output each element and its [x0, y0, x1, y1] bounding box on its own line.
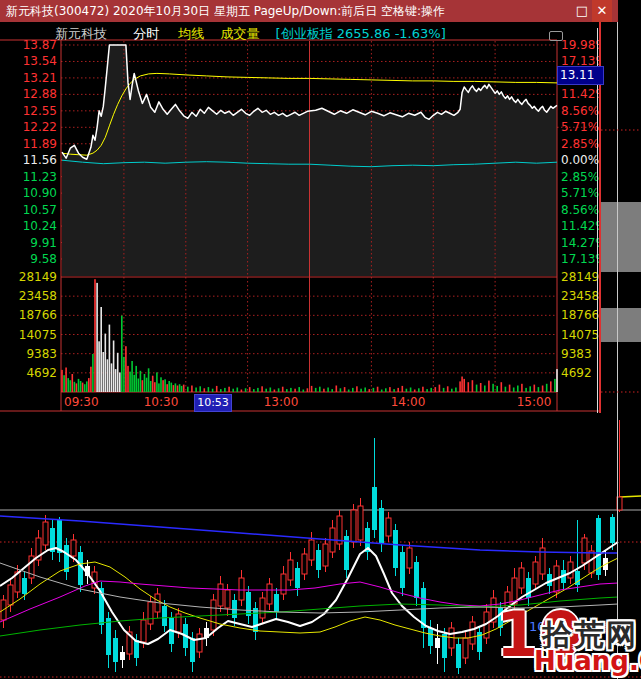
volume-bar	[373, 388, 375, 392]
volume-bar	[65, 368, 67, 393]
price-axis-label: 12.22	[23, 120, 57, 134]
candle-body	[120, 652, 125, 660]
candle-body-up	[148, 602, 153, 624]
candle-body-up	[533, 562, 538, 584]
price-axis-label: 13.87	[23, 38, 57, 52]
candle-body	[610, 517, 615, 543]
volume-axis-label: 18766	[19, 308, 57, 322]
candle-body	[400, 552, 405, 588]
volume-bar	[397, 388, 399, 392]
volume-bar	[228, 387, 230, 392]
volume-bar	[331, 389, 333, 392]
candle-body-up	[239, 578, 244, 600]
ma-toggle-label[interactable]: 均线	[178, 26, 204, 41]
volume-bar	[265, 389, 267, 392]
time-axis-label: 13:00	[264, 395, 299, 409]
volume-bar	[360, 389, 362, 392]
volume-bar	[177, 386, 179, 393]
volume-bar	[542, 386, 544, 393]
volume-bar	[472, 380, 474, 392]
percent-axis-label: 5.71%	[561, 120, 599, 134]
candle-body	[456, 644, 461, 668]
price-axis-label: 11.56	[23, 153, 57, 167]
volume-axis-label: 4692	[561, 366, 592, 380]
price-axis-label: 10.24	[23, 219, 57, 233]
volume-bar	[131, 361, 133, 392]
volume-bar	[92, 354, 94, 392]
volume-bar	[121, 316, 123, 392]
volume-bar	[111, 363, 113, 392]
price-axis-label: 12.88	[23, 87, 57, 101]
volume-bar	[76, 383, 78, 392]
volume-bar	[67, 378, 69, 392]
candle-body-up	[260, 598, 265, 618]
volume-bar	[96, 283, 98, 392]
price-axis-label: 9.58	[30, 252, 57, 266]
volume-bar	[476, 385, 478, 392]
volume-bar	[195, 388, 197, 393]
volume-bar	[352, 388, 354, 392]
ma_green	[0, 597, 618, 636]
percent-axis-label: 11.42%	[561, 87, 601, 101]
volume-bar	[406, 389, 408, 392]
candle-body	[295, 568, 300, 588]
candle-body-up	[386, 518, 391, 536]
volume-bar	[290, 388, 292, 392]
volume-bar	[274, 390, 276, 393]
candle-body	[393, 530, 398, 568]
volume-bar	[534, 385, 536, 392]
volume-axis-label: 28149	[19, 270, 57, 284]
volume-bar	[257, 388, 259, 392]
volume-bar	[187, 387, 189, 392]
volume-bar	[72, 374, 74, 392]
volume-bar	[162, 380, 164, 392]
volume-bar	[173, 385, 175, 392]
percent-axis-label: 8.56%	[561, 104, 599, 118]
volume-bar	[208, 387, 210, 392]
maximize-button[interactable]: □	[574, 0, 590, 22]
view-mode-label[interactable]: 分时	[133, 26, 159, 41]
volume-bar	[315, 388, 317, 392]
candle-body	[316, 550, 321, 570]
candle-body	[190, 638, 195, 662]
volume-bar	[323, 389, 325, 392]
volume-bar	[418, 388, 420, 392]
volume-bar	[125, 346, 127, 392]
volume-bar	[327, 388, 329, 393]
volume-bar	[241, 390, 243, 393]
volume-bar	[369, 389, 371, 392]
volume-bar	[505, 387, 507, 392]
background-panel-block	[601, 308, 641, 342]
candle-body	[442, 634, 447, 658]
volume-bar	[158, 383, 160, 392]
candle-body-up	[309, 540, 314, 560]
volume-bar	[142, 380, 144, 392]
background-panel-block	[601, 202, 641, 272]
candle-body	[435, 638, 440, 648]
time-axis-label: 15:00	[517, 395, 552, 409]
volume-bar	[496, 386, 498, 392]
close-button[interactable]: ✕	[592, 0, 612, 22]
candle-body-up	[323, 544, 328, 566]
title-bar[interactable]: 新元科技(300472) 2020年10月30日 星期五 PageUp/Down…	[0, 0, 618, 22]
volume-toggle-label[interactable]: 成交量	[220, 26, 259, 41]
volume-bar	[261, 386, 263, 392]
candle-body	[246, 592, 251, 616]
volume-bar	[443, 388, 445, 392]
price-axis-label: 13.21	[23, 71, 57, 85]
volume-bar	[550, 381, 552, 392]
volume-bar	[94, 279, 96, 392]
volume-bar	[426, 389, 428, 392]
chart-header: 新元科技 分时 均线 成交量 [创业板指 2655.86 -1.63%]	[55, 25, 446, 43]
volume-bar	[463, 379, 465, 392]
candle-body	[428, 628, 433, 646]
chart-tool-icon[interactable]	[549, 31, 563, 41]
volume-bar	[237, 388, 239, 393]
volume-bar	[249, 387, 251, 392]
percent-axis-label: 2.85%	[561, 170, 599, 184]
candle-body	[372, 487, 377, 530]
volume-bar	[117, 353, 119, 392]
volume-bar	[455, 388, 457, 393]
price-axis-label: 12.55	[23, 104, 57, 118]
volume-bar	[381, 390, 383, 393]
